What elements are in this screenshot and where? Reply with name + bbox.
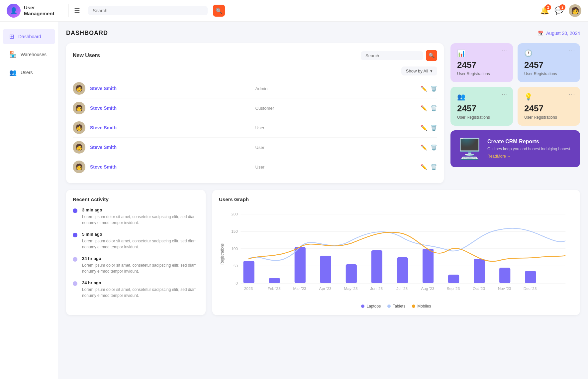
graph-legend: Laptops Tablets Mobiles (219, 304, 573, 309)
svg-text:Sep '23: Sep '23 (447, 287, 460, 291)
user-avatar[interactable]: 🧑 (569, 4, 581, 17)
crm-illustration: 🖥️ (457, 137, 482, 161)
activity-content: 3 min ago Lorem ipsum dolor sit amet, co… (82, 207, 199, 226)
svg-rect-13 (295, 247, 306, 283)
edit-icon[interactable]: ✏️ (421, 105, 427, 111)
legend-tablets: Tablets (387, 304, 405, 309)
users-search-button[interactable]: 🔍 (426, 50, 437, 61)
user-name[interactable]: Steve Smith (90, 105, 251, 111)
stats-row-2: ··· 👥 2457 User Registrations ··· 💡 2457… (450, 87, 580, 126)
avatar: 🧑 (73, 161, 85, 173)
edit-icon[interactable]: ✏️ (421, 85, 427, 92)
svg-rect-18 (423, 249, 434, 283)
svg-text:Jul '23: Jul '23 (396, 287, 408, 291)
stat-card-more[interactable]: ··· (502, 91, 508, 97)
svg-rect-21 (499, 268, 510, 283)
show-by-button[interactable]: Show by All ▾ (401, 66, 437, 75)
sidebar-item-label: Users (21, 70, 33, 75)
crm-read-more-link[interactable]: ReadMore → (487, 154, 511, 159)
stat-value: 2457 (524, 103, 573, 114)
stat-icon-clock: 🕐 (524, 49, 573, 57)
legend-laptops: Laptops (361, 304, 381, 309)
stat-value: 2457 (457, 103, 506, 114)
page-header: DASHBOARD 📅 August 20, 2024 (66, 30, 580, 37)
users-icon: 👥 (9, 69, 17, 76)
list-item: 3 min ago Lorem ipsum dolor sit amet, co… (73, 207, 199, 226)
chat-icon-wrap[interactable]: 💬 2 (554, 6, 563, 15)
sidebar: ⊞ Dashboard 🏪 Warehouses 👥 Users (0, 22, 58, 379)
stat-card-user-reg-blue: ··· 🕐 2457 User Registrations (518, 43, 580, 82)
graph-svg: Registrations 200 150 100 50 0 (219, 207, 573, 301)
stat-card-user-reg-orange: ··· 💡 2457 User Registrations (518, 87, 580, 126)
svg-text:2023: 2023 (244, 287, 253, 291)
activity-time: 3 min ago (82, 207, 199, 212)
delete-icon[interactable]: 🗑️ (431, 164, 437, 170)
activity-dot (73, 281, 77, 286)
activity-desc: Lorem ipsum dolor sit amet, consetetur s… (82, 262, 199, 274)
top-section: New Users 🔍 Show by All ▾ (66, 43, 580, 183)
chat-badge: 2 (559, 4, 565, 10)
menu-icon[interactable]: ☰ (74, 7, 80, 15)
logo-text: User Management (24, 5, 54, 17)
activity-time: 24 hr ago (82, 280, 199, 285)
stat-card-user-reg-purple: ··· 📊 2457 User Registrations (450, 43, 513, 82)
sidebar-item-users[interactable]: 👥 Users (3, 65, 55, 80)
svg-text:Nov '23: Nov '23 (498, 287, 511, 291)
activity-dot (73, 257, 77, 262)
legend-label-tablets: Tablets (393, 304, 405, 309)
user-role: Customer (255, 106, 416, 111)
edit-icon[interactable]: ✏️ (421, 125, 427, 131)
search-input[interactable] (93, 8, 203, 13)
avatar: 🧑 (73, 82, 85, 95)
users-search-box (361, 51, 423, 60)
stat-value: 2457 (457, 60, 506, 70)
sidebar-item-label: Dashboard (18, 34, 41, 39)
edit-icon[interactable]: ✏️ (421, 144, 427, 151)
stats-row-1: ··· 📊 2457 User Registrations ··· 🕐 2457… (450, 43, 580, 82)
delete-icon[interactable]: 🗑️ (431, 125, 437, 131)
svg-rect-14 (320, 256, 331, 283)
svg-text:100: 100 (231, 247, 238, 251)
search-button[interactable]: 🔍 (213, 5, 225, 17)
svg-rect-11 (244, 261, 254, 283)
user-role: User (255, 165, 416, 170)
user-name[interactable]: Steve Smith (90, 125, 251, 130)
sidebar-item-dashboard[interactable]: ⊞ Dashboard (3, 29, 55, 44)
sidebar-item-warehouses[interactable]: 🏪 Warehouses (3, 47, 55, 62)
activity-dot (73, 208, 77, 213)
stat-card-more[interactable]: ··· (569, 48, 575, 54)
stat-card-more[interactable]: ··· (502, 48, 508, 54)
users-search-row: 🔍 (361, 50, 437, 61)
avatar: 🧑 (73, 141, 85, 154)
sidebar-item-label: Warehouses (21, 52, 47, 57)
notification-bell[interactable]: 🔔 2 (540, 6, 549, 15)
users-search-input[interactable] (365, 53, 419, 58)
recent-activity-card: Recent Activity 3 min ago Lorem ipsum do… (66, 190, 206, 315)
svg-text:Aug '23: Aug '23 (421, 287, 434, 291)
users-graph-title: Users Graph (219, 196, 573, 202)
delete-icon[interactable]: 🗑️ (431, 144, 437, 151)
delete-icon[interactable]: 🗑️ (431, 85, 437, 92)
warehouses-icon: 🏪 (9, 51, 17, 58)
stat-label: User Registrations (457, 115, 506, 120)
user-role: Admin (255, 86, 416, 91)
activity-content: 24 hr ago Lorem ipsum dolor sit amet, co… (82, 256, 199, 274)
svg-text:May '23: May '23 (344, 287, 358, 291)
user-name[interactable]: Steve Smith (90, 145, 251, 150)
stat-card-more[interactable]: ··· (569, 91, 575, 97)
user-actions: ✏️ 🗑️ (421, 144, 437, 151)
edit-icon[interactable]: ✏️ (421, 164, 427, 170)
stat-card-user-reg-green: ··· 👥 2457 User Registrations (450, 87, 513, 126)
crm-title: Create CRM Reports (487, 139, 573, 145)
search-bar (88, 6, 208, 15)
legend-label-laptops: Laptops (366, 304, 381, 309)
logo-avatar: 👤 (7, 4, 21, 18)
stat-icon-users: 👥 (457, 93, 506, 101)
user-name[interactable]: Steve Smith (90, 164, 251, 170)
avatar: 🧑 (73, 102, 85, 114)
table-row: 🧑 Steve Smith User ✏️ 🗑️ (73, 157, 437, 177)
delete-icon[interactable]: 🗑️ (431, 105, 437, 111)
chevron-down-icon: ▾ (430, 68, 433, 73)
user-name[interactable]: Steve Smith (90, 86, 251, 91)
show-by-label: Show by All (406, 68, 428, 73)
